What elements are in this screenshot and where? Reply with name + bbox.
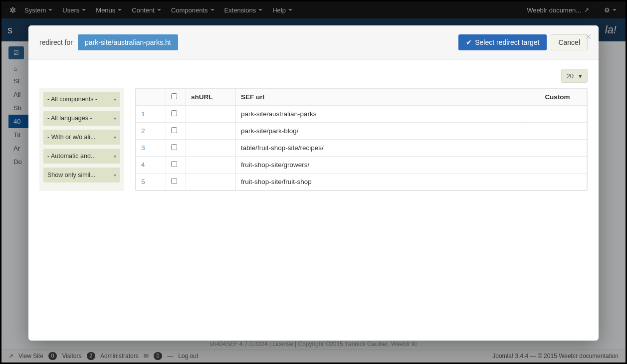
filter-select[interactable]: - All components -▾: [43, 92, 120, 107]
table-header-row: shURL SEF url Custom: [136, 89, 587, 106]
row-shurl: [186, 106, 236, 123]
col-index: [136, 89, 166, 106]
row-select: [166, 140, 186, 157]
row-checkbox[interactable]: [171, 161, 177, 167]
filter-label: - Automatic and...: [47, 153, 96, 160]
row-sef: fruit-shop-site/growers/: [236, 157, 528, 174]
row-select: [166, 106, 186, 123]
cancel-button[interactable]: Cancel: [551, 34, 588, 50]
row-select: [166, 157, 186, 174]
chevron-down-icon: ▾: [114, 173, 116, 178]
row-sef: park-site/australian-parks: [236, 106, 528, 123]
filter-select[interactable]: Show only simil...▾: [43, 168, 120, 182]
modal-columns: - All components -▾- All languages -▾- W…: [39, 88, 588, 191]
url-table: shURL SEF url Custom 1park-site/australi…: [135, 88, 588, 191]
page-size-select[interactable]: 20 ▾: [561, 69, 588, 83]
table-row[interactable]: 3table/fruit-shop-site/recipes/: [136, 140, 587, 157]
filter-label: - All languages -: [47, 115, 92, 122]
row-custom: [528, 123, 587, 140]
header-left: redirect for park-site/australian-parks.…: [39, 34, 178, 50]
select-redirect-label: Select redirect target: [475, 38, 539, 46]
page-size-value: 20: [567, 72, 574, 80]
col-shurl[interactable]: shURL: [186, 89, 236, 106]
row-custom: [528, 106, 587, 123]
chevron-down-icon: ▾: [114, 154, 116, 159]
filter-label: Show only simil...: [47, 172, 96, 179]
row-sef: fruit-shop-site/fruit-shop: [236, 174, 528, 190]
check-icon: ✔: [466, 38, 472, 46]
row-shurl: [186, 140, 236, 157]
row-checkbox[interactable]: [171, 144, 177, 150]
chevron-down-icon: ▾: [114, 97, 116, 102]
table-row[interactable]: 1park-site/australian-parks: [136, 106, 587, 123]
row-shurl: [186, 157, 236, 174]
row-select: [166, 123, 186, 140]
current-url-pill: park-site/australian-parks.ht: [78, 34, 178, 50]
row-sef: table/fruit-shop-site/recipes/: [236, 140, 528, 157]
select-redirect-button[interactable]: ✔Select redirect target: [458, 34, 547, 50]
row-index: 1: [136, 106, 166, 123]
row-checkbox[interactable]: [171, 178, 177, 184]
row-custom: [528, 140, 587, 157]
table-body: 1park-site/australian-parks2park-site/pa…: [136, 106, 587, 190]
filter-panel: - All components -▾- All languages -▾- W…: [39, 88, 124, 191]
row-custom: [528, 157, 587, 174]
pager-row: 20 ▾: [39, 69, 588, 83]
header-actions: ✔Select redirect target Cancel: [458, 34, 588, 50]
chevron-down-icon: ▾: [114, 116, 116, 121]
col-select-all: [166, 89, 186, 106]
redirect-modal: × redirect for park-site/australian-park…: [28, 25, 599, 341]
redirect-for-label: redirect for: [39, 38, 73, 46]
row-select: [166, 174, 186, 190]
close-icon[interactable]: ×: [585, 30, 592, 43]
filter-select[interactable]: - With or w/o ali...▾: [43, 130, 120, 145]
row-custom: [528, 174, 587, 190]
filter-select[interactable]: - Automatic and...▾: [43, 149, 120, 164]
modal-header: redirect for park-site/australian-parks.…: [28, 25, 599, 60]
row-index: 2: [136, 123, 166, 140]
table-row[interactable]: 2park-site/park-blog/: [136, 123, 587, 140]
col-custom[interactable]: Custom: [528, 89, 587, 106]
filter-label: - With or w/o ali...: [47, 134, 96, 141]
modal-body: 20 ▾ - All components -▾- All languages …: [28, 60, 599, 341]
row-shurl: [186, 174, 236, 190]
filter-select[interactable]: - All languages -▾: [43, 111, 120, 126]
chevron-down-icon: ▾: [579, 72, 582, 80]
row-checkbox[interactable]: [171, 127, 177, 133]
row-index: 3: [136, 140, 166, 157]
row-index: 4: [136, 157, 166, 174]
row-shurl: [186, 123, 236, 140]
row-index: 5: [136, 174, 166, 190]
filter-label: - All components -: [47, 96, 97, 103]
col-sef[interactable]: SEF url: [236, 89, 528, 106]
row-sef: park-site/park-blog/: [236, 123, 528, 140]
table-row[interactable]: 4fruit-shop-site/growers/: [136, 157, 587, 174]
chevron-down-icon: ▾: [114, 135, 116, 140]
table-row[interactable]: 5fruit-shop-site/fruit-shop: [136, 174, 587, 190]
row-checkbox[interactable]: [171, 110, 177, 116]
select-all-checkbox[interactable]: [171, 93, 177, 99]
